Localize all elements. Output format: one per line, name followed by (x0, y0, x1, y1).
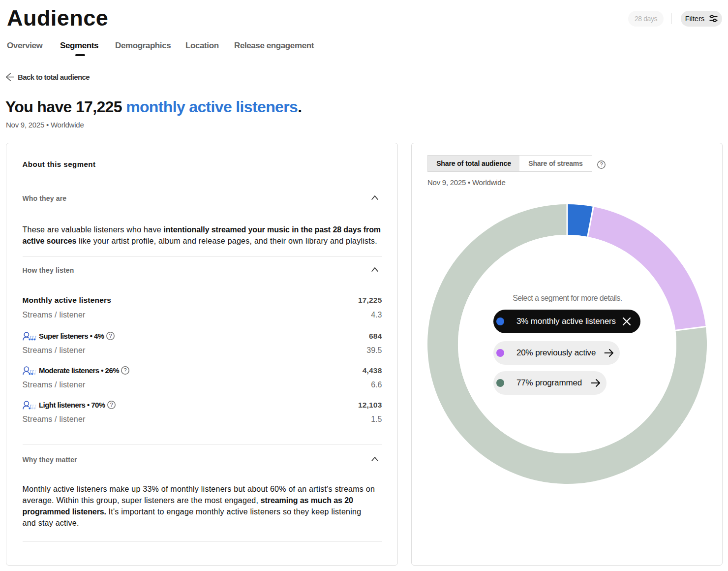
svg-text:?: ? (109, 333, 112, 339)
svg-text:?: ? (124, 367, 127, 373)
svg-text:?: ? (600, 161, 603, 167)
svg-text:?: ? (110, 402, 113, 408)
